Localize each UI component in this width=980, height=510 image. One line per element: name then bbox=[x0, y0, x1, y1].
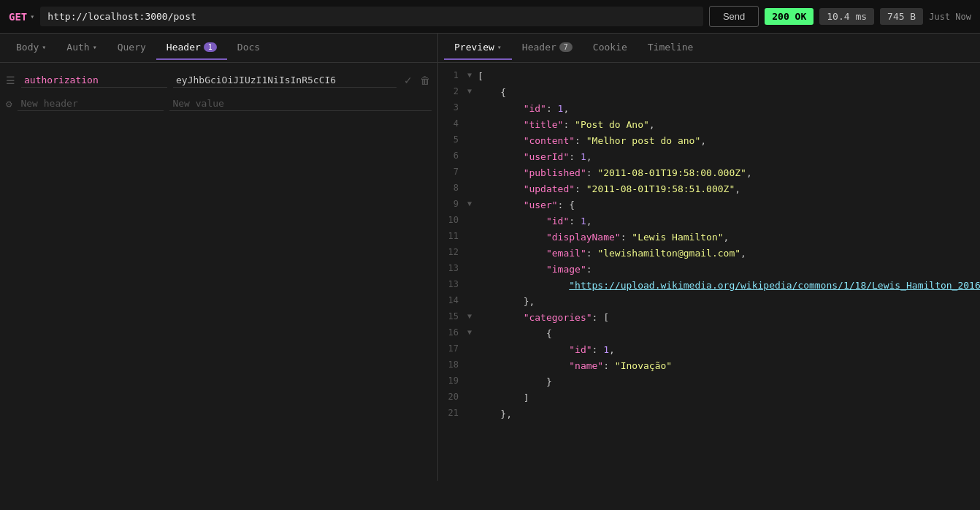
json-line: 6 "userId": 1, bbox=[438, 149, 980, 165]
tab-response-header-label: Header bbox=[522, 42, 556, 53]
header-key-input[interactable] bbox=[21, 73, 167, 88]
line-number: 9 bbox=[438, 198, 467, 209]
toggle-icon bbox=[467, 407, 478, 408]
toggle-icon bbox=[467, 294, 478, 296]
tab-auth-label: Auth bbox=[66, 42, 89, 53]
method-selector[interactable]: GET ▾ bbox=[9, 11, 34, 23]
json-line: 13 "image": bbox=[438, 262, 980, 278]
right-panel: Preview ▾ Header 7 Cookie Timeline 1▼[2▼… bbox=[438, 34, 980, 481]
toggle-icon bbox=[467, 359, 478, 360]
tab-cookie[interactable]: Cookie bbox=[583, 36, 638, 60]
line-content: { bbox=[478, 327, 980, 341]
toggle-icon bbox=[467, 134, 478, 135]
line-content: "id": 1, bbox=[478, 214, 980, 229]
toggle-icon bbox=[467, 150, 478, 151]
line-content: "updated": "2011-08-01T19:58:51.000Z", bbox=[478, 182, 980, 197]
send-button[interactable]: Send bbox=[709, 6, 759, 27]
tab-response-header-badge: 7 bbox=[559, 42, 573, 52]
line-number: 20 bbox=[438, 391, 467, 402]
json-line: 7 "published": "2011-08-01T19:58:00.000Z… bbox=[438, 165, 980, 181]
toggle-icon bbox=[467, 343, 478, 344]
status-badge: 200 OK bbox=[765, 8, 814, 25]
line-number: 16 bbox=[438, 327, 467, 338]
line-number: 8 bbox=[438, 182, 467, 193]
tab-docs[interactable]: Docs bbox=[227, 36, 270, 60]
line-content: "title": "Post do Ano", bbox=[478, 118, 980, 132]
tab-auth[interactable]: Auth ▾ bbox=[56, 36, 107, 60]
toggle-icon[interactable]: ▼ bbox=[467, 198, 478, 208]
line-number: 5 bbox=[438, 134, 467, 145]
toggle-icon[interactable]: ▼ bbox=[467, 311, 478, 320]
json-line: 4 "title": "Post do Ano", bbox=[438, 117, 980, 133]
toggle-icon bbox=[467, 118, 478, 119]
line-number: 13 bbox=[438, 278, 467, 289]
toggle-icon[interactable]: ▼ bbox=[467, 327, 478, 336]
row-delete-button[interactable]: 🗑 bbox=[418, 73, 432, 88]
line-number: 4 bbox=[438, 118, 467, 129]
tab-cookie-label: Cookie bbox=[593, 42, 627, 53]
json-line: 19 } bbox=[438, 374, 980, 390]
tab-preview-label: Preview bbox=[454, 42, 494, 53]
line-number: 21 bbox=[438, 407, 467, 418]
json-line: 14 }, bbox=[438, 294, 980, 310]
line-content: "content": "Melhor post do ano", bbox=[478, 134, 980, 148]
json-line: 18 "name": "Inovação" bbox=[438, 358, 980, 374]
tab-header-label: Header bbox=[166, 42, 201, 53]
toggle-icon bbox=[467, 166, 478, 167]
tab-response-header[interactable]: Header 7 bbox=[512, 36, 583, 60]
tab-docs-label: Docs bbox=[237, 42, 260, 53]
tab-auth-chevron: ▾ bbox=[93, 43, 97, 51]
json-line: 10 "id": 1, bbox=[438, 213, 980, 229]
gear-icon: ⚙ bbox=[6, 98, 12, 110]
toggle-icon[interactable]: ▼ bbox=[467, 85, 478, 95]
toggle-icon bbox=[467, 182, 478, 183]
method-chevron-icon: ▾ bbox=[30, 12, 34, 20]
line-content: "id": 1, bbox=[478, 343, 980, 357]
header-value-input[interactable] bbox=[173, 73, 397, 88]
line-content: ] bbox=[478, 391, 980, 406]
new-header-key-input[interactable] bbox=[18, 96, 164, 111]
json-line: 15▼ "categories": [ bbox=[438, 310, 980, 326]
json-line: 13 "https://upload.wikimedia.org/wikiped… bbox=[438, 278, 980, 294]
tab-body[interactable]: Body ▾ bbox=[6, 36, 56, 60]
drag-icon[interactable]: ☰ bbox=[6, 75, 15, 86]
tab-timeline-label: Timeline bbox=[648, 42, 694, 53]
tab-timeline[interactable]: Timeline bbox=[638, 36, 704, 60]
line-content: "image": bbox=[478, 262, 980, 277]
tab-query-label: Query bbox=[118, 42, 146, 53]
tab-preview[interactable]: Preview ▾ bbox=[444, 36, 512, 60]
line-content: }, bbox=[478, 407, 980, 422]
toggle-icon bbox=[467, 278, 478, 280]
toggle-icon bbox=[467, 375, 478, 376]
line-number: 17 bbox=[438, 343, 467, 354]
line-content: "name": "Inovação" bbox=[478, 359, 980, 373]
toggle-icon bbox=[467, 391, 478, 392]
json-line: 9▼ "user": { bbox=[438, 197, 980, 213]
line-content: "userId": 1, bbox=[478, 150, 980, 164]
new-header-value-input[interactable] bbox=[169, 96, 432, 111]
timestamp: Just Now bbox=[929, 12, 971, 22]
line-number: 15 bbox=[438, 311, 467, 321]
new-header-row: ⚙ bbox=[0, 92, 437, 115]
line-content: [ bbox=[478, 69, 980, 84]
toggle-icon[interactable]: ▼ bbox=[467, 69, 478, 79]
json-line: 8 "updated": "2011-08-01T19:58:51.000Z", bbox=[438, 181, 980, 197]
json-line: 21 }, bbox=[438, 406, 980, 422]
line-number: 2 bbox=[438, 85, 467, 96]
json-line: 3 "id": 1, bbox=[438, 101, 980, 117]
json-line: 16▼ { bbox=[438, 326, 980, 342]
url-input[interactable] bbox=[40, 7, 703, 26]
main-layout: Body ▾ Auth ▾ Query Header 1 Docs ☰ bbox=[0, 34, 980, 481]
row-check-button[interactable]: ✓ bbox=[402, 73, 414, 88]
tab-header[interactable]: Header 1 bbox=[156, 36, 227, 60]
line-content: "published": "2011-08-01T19:58:00.000Z", bbox=[478, 166, 980, 180]
line-content: "categories": [ bbox=[478, 311, 980, 325]
line-number: 18 bbox=[438, 359, 467, 370]
tab-query[interactable]: Query bbox=[107, 36, 156, 60]
method-label: GET bbox=[9, 11, 27, 23]
line-number: 12 bbox=[438, 246, 467, 257]
header-row: ☰ ✓ 🗑 bbox=[0, 69, 437, 92]
tab-body-chevron: ▾ bbox=[42, 43, 46, 51]
json-line: 2▼ { bbox=[438, 85, 980, 101]
timing-badge: 10.4 ms bbox=[819, 8, 874, 25]
